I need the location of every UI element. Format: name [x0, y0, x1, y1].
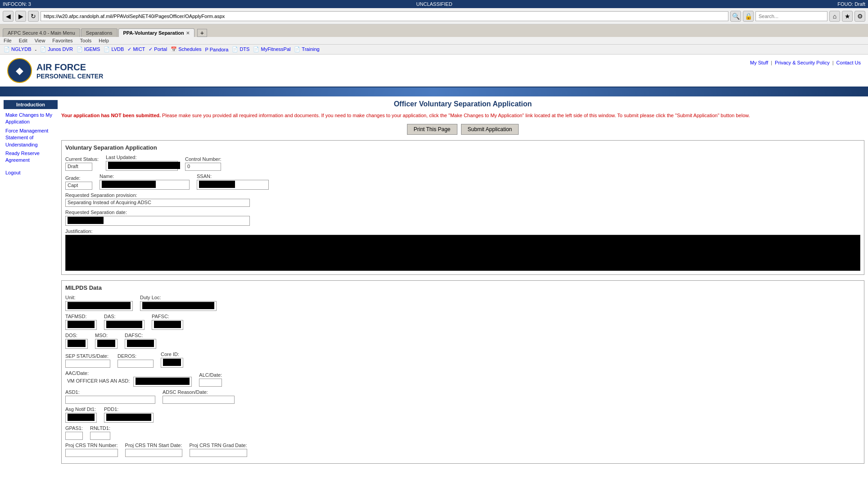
justification-label: Justification: [65, 228, 860, 234]
das-label: DAS: [104, 314, 145, 319]
alc-label: ALC/Date: [199, 372, 222, 378]
pafsc-field: PAFSC: [152, 314, 183, 330]
deros-value [118, 360, 154, 368]
dos-field: DOS: [65, 333, 88, 349]
asg-row: Asg Notif Dt1: PDD1: [65, 406, 860, 423]
tab-close-icon[interactable]: ✕ [186, 31, 190, 36]
menu-tools[interactable]: Tools [80, 38, 92, 43]
menu-view[interactable]: View [35, 38, 45, 43]
grade-field: Grade: Capt [65, 175, 92, 190]
duty-loc-label: Duty Loc: [140, 295, 217, 300]
gradient-bar [0, 87, 868, 96]
unit-redacted [68, 302, 131, 309]
pdd1-redacted [106, 414, 151, 421]
browser-search-input[interactable] [755, 11, 827, 21]
deros-field: DEROS: [118, 353, 154, 368]
bookmark-nglydb[interactable]: 📄 NGLYDB [4, 46, 31, 52]
proj-crs-grad-label: Proj CRS TRN Grad Date: [190, 443, 247, 448]
bookmark-portal[interactable]: ✓ Portal [149, 46, 167, 52]
sidebar: Introduction Make Changes to My Applicat… [4, 100, 58, 469]
adsc-reason-label: ADSC Reason/Date: [163, 389, 235, 395]
current-status-label: Current Status: [65, 156, 99, 162]
vol-sep-title: Voluntary Separation Application [65, 144, 860, 151]
submit-button[interactable]: Submit Application [461, 124, 519, 135]
duty-loc-redacted [142, 302, 214, 309]
proj-crs-grad-field: Proj CRS TRN Grad Date: [190, 443, 247, 457]
address-bar[interactable] [41, 11, 728, 21]
refresh-button[interactable]: ↻ [28, 11, 39, 22]
bookmark-dts[interactable]: 📄 DTS [232, 46, 249, 52]
alc-value [199, 379, 222, 387]
sep-status-field: SEP STATUS/Date: [65, 353, 110, 368]
my-stuff-link[interactable]: My Stuff [750, 60, 768, 65]
bookmark-myfitnesspal[interactable]: 📄 MyFitnessPal [253, 46, 290, 52]
mso-field: MSO: [95, 333, 118, 349]
new-tab-button[interactable]: + [197, 29, 207, 37]
favorites-button[interactable]: ★ [842, 11, 853, 22]
force-mgmt-link[interactable]: Force Management Statement of Understand… [4, 127, 58, 149]
proj-crs-start-label: Proj CRS TRN Start Date: [125, 443, 182, 448]
name-value [99, 180, 190, 190]
settings-button[interactable]: ⚙ [854, 11, 865, 22]
bookmark-training[interactable]: 📄 Training [294, 46, 319, 52]
asd1-value [65, 396, 155, 404]
menu-edit[interactable]: Edit [19, 38, 27, 43]
aac-text: VM OFFICER HAS AN ASD: [65, 378, 131, 386]
forward-button[interactable]: ▶ [15, 11, 26, 22]
bookmarks-bar: 📄 NGLYDB - 📄 Junos DVR 📄 IGEMS 📄 LVDB ✓ … [0, 45, 868, 55]
ready-reserve-link[interactable]: Ready Reserve Agreement [4, 149, 58, 165]
pafsc-value [152, 320, 183, 330]
dos-redacted [68, 340, 86, 347]
current-status-value: Draft [65, 163, 92, 171]
sep-provision-value: Separating Instead of Acquiring ADSC [65, 199, 250, 207]
sidebar-section: Make Changes to My Application Force Man… [4, 111, 58, 177]
title-center: UNCLASSIFIED [416, 1, 452, 7]
pafsc-redacted [154, 321, 181, 328]
menu-file[interactable]: File [4, 38, 12, 43]
bookmark-mict[interactable]: ✓ MICT [127, 46, 145, 52]
alc-field: ALC/Date: [199, 372, 222, 387]
tab-afpc-main-label: AFPC Secure 4.0 - Main Menu [8, 30, 75, 36]
das-redacted [106, 321, 142, 328]
asd1-field: ASD1: [65, 389, 155, 404]
gpas1-field: GPAS1: [65, 425, 83, 440]
dafsc-field: DAFSC: [125, 333, 156, 349]
core-id-field: Core ID: [161, 352, 183, 368]
search-button[interactable]: 🔍 [730, 11, 741, 22]
privacy-link[interactable]: Privacy & Security Policy [775, 60, 830, 65]
tab-separations[interactable]: Separations [81, 28, 118, 37]
home-button[interactable]: ⌂ [829, 11, 840, 22]
tab-ppa-voluntary[interactable]: PPA-Voluntary Separation ✕ [118, 28, 194, 37]
bookmark-lvdb[interactable]: 📄 LVDB [104, 46, 124, 52]
back-button[interactable]: ◀ [3, 11, 14, 22]
tafmsd-row: TAFMSD: DAS: PAFSC: [65, 314, 860, 330]
menu-help[interactable]: Help [99, 38, 109, 43]
bookmark-pandora[interactable]: P Pandora [205, 47, 229, 52]
deros-label: DEROS: [118, 353, 154, 359]
sep-date-value [65, 216, 250, 226]
rnltd1-value [90, 432, 110, 440]
make-changes-link[interactable]: Make Changes to My Application [4, 111, 58, 127]
rnltd1-field: RNLTD1: [90, 425, 110, 440]
bookmark-junos[interactable]: 📄 Junos DVR [40, 46, 73, 52]
asg-notif-value [65, 413, 97, 423]
menu-favorites[interactable]: Favorites [52, 38, 72, 43]
logout-link[interactable]: Logout [4, 169, 58, 177]
tab-afpc-main[interactable]: AFPC Secure 4.0 - Main Menu [3, 28, 80, 37]
bookmark-schedules[interactable]: 📅 Schedules [171, 46, 201, 52]
dos-row: DOS: MSO: DAFSC: [65, 333, 860, 349]
page-wrapper: ◆ AIR FORCE PERSONNEL CENTER My Stuff | … [0, 55, 868, 473]
site-header: ◆ AIR FORCE PERSONNEL CENTER My Stuff | … [0, 55, 868, 87]
contact-link[interactable]: Contact Us [836, 60, 861, 65]
bookmark-igems[interactable]: 📄 IGEMS [77, 46, 100, 52]
duty-loc-field: Duty Loc: [140, 295, 217, 311]
adsc-reason-field: ADSC Reason/Date: [163, 389, 235, 404]
grade-row: Grade: Capt Name: SSAN: [65, 174, 860, 190]
sidebar-intro[interactable]: Introduction [4, 100, 58, 109]
ssan-label: SSAN: [197, 174, 269, 179]
print-button[interactable]: Print This Page [407, 124, 457, 135]
core-id-redacted [163, 359, 181, 366]
mso-value [95, 339, 118, 349]
aac-redacted [136, 378, 190, 385]
duty-loc-value [140, 301, 217, 311]
